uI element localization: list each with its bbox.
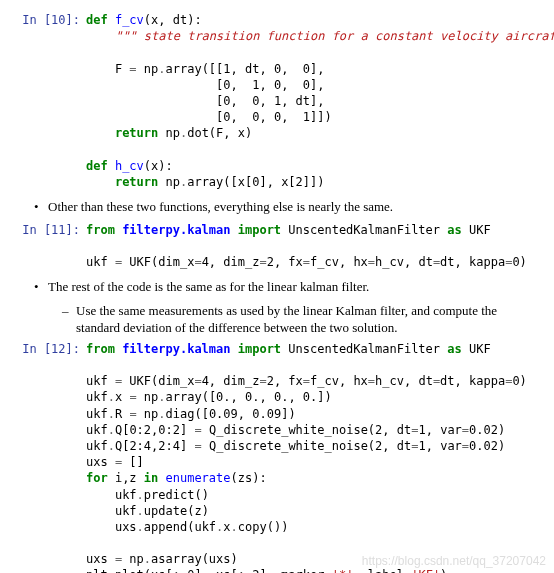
code-cell-10: In [10]: def f_cv(x, dt): """ state tran… [14, 12, 540, 190]
code-11: from filterpy.kalman import UnscentedKal… [86, 222, 540, 271]
code-10: def f_cv(x, dt): """ state transition fu… [86, 12, 554, 190]
bullet-1-text: Other than these two functions, everythi… [48, 198, 393, 216]
prompt-10: In [10]: [14, 12, 86, 190]
bullet-2-sub-text: Use the same measurements as used by the… [76, 302, 540, 337]
bullet-1: • Other than these two functions, everyt… [34, 198, 540, 216]
prompt-12: In [12]: [14, 341, 86, 573]
prompt-11: In [11]: [14, 222, 86, 271]
code-12: from filterpy.kalman import UnscentedKal… [86, 341, 540, 573]
bullet-dot: • [34, 278, 48, 296]
bullet-2: • The rest of the code is the same as fo… [34, 278, 540, 296]
code-cell-11: In [11]: from filterpy.kalman import Uns… [14, 222, 540, 271]
code-cell-12: In [12]: from filterpy.kalman import Uns… [14, 341, 540, 573]
bullet-dash: – [62, 302, 76, 337]
bullet-2-sub: – Use the same measurements as used by t… [62, 302, 540, 337]
bullet-dot: • [34, 198, 48, 216]
bullet-2-text: The rest of the code is the same as for … [48, 278, 369, 296]
